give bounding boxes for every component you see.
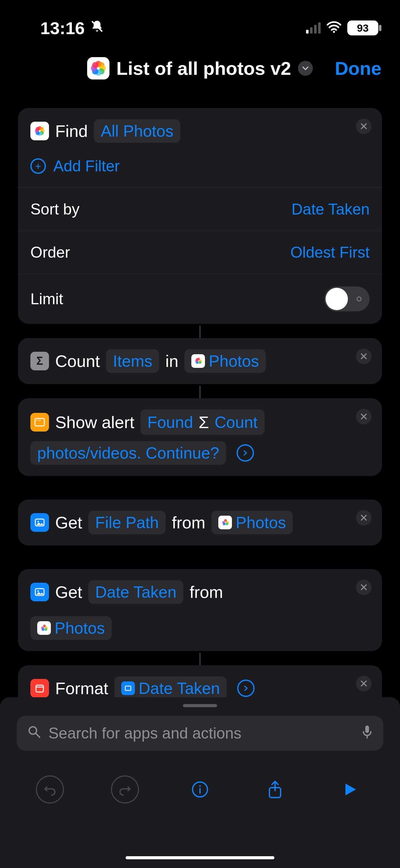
svg-line-17 — [36, 734, 40, 737]
delete-action-button[interactable]: ✕ — [356, 676, 371, 691]
svg-rect-18 — [365, 725, 369, 733]
run-button[interactable] — [336, 775, 364, 803]
sigma-icon: Σ — [199, 412, 209, 432]
window-icon — [30, 413, 49, 432]
sigma-icon: Σ — [30, 352, 49, 370]
show-more-icon[interactable] — [237, 680, 255, 697]
action-title: Find — [55, 121, 88, 141]
image-icon — [30, 513, 49, 532]
action-title: Format — [55, 679, 108, 697]
wifi-icon — [326, 20, 342, 36]
title-menu-button[interactable] — [298, 61, 313, 76]
sort-by-row[interactable]: Sort by Date Taken — [18, 187, 382, 231]
from-label: from — [190, 582, 223, 602]
connector-line — [18, 386, 382, 398]
action-count[interactable]: ✕ Σ Count Items in — [18, 338, 382, 384]
connector-line — [18, 326, 382, 338]
photos-icon — [30, 122, 49, 140]
actions-list: ✕ Find All Photos — [0, 102, 400, 697]
home-indicator[interactable] — [126, 856, 274, 859]
delete-action-button[interactable]: ✕ — [356, 580, 371, 595]
input-variable[interactable]: Photos — [211, 511, 293, 534]
action-title: Show alert — [55, 412, 134, 432]
input-variable[interactable]: Date Taken — [114, 677, 227, 697]
bottom-panel: Search for apps and actions — [0, 697, 400, 868]
action-format-date[interactable]: ✕ Format Date Taken — [18, 665, 382, 697]
battery-icon: 93 — [347, 21, 378, 35]
image-icon — [30, 583, 49, 601]
delete-action-button[interactable]: ✕ — [356, 510, 371, 526]
limit-toggle[interactable] — [324, 286, 370, 311]
dnd-icon — [90, 20, 104, 37]
from-label: from — [172, 513, 205, 532]
undo-button[interactable] — [36, 775, 64, 803]
search-placeholder: Search for apps and actions — [48, 724, 241, 742]
svg-point-7 — [37, 521, 39, 523]
delete-action-button[interactable]: ✕ — [356, 409, 371, 424]
action-get-file-path[interactable]: ✕ Get File Path from — [18, 499, 382, 546]
action-title: Get — [55, 582, 82, 602]
svg-point-1 — [333, 31, 335, 33]
delete-action-button[interactable]: ✕ — [356, 119, 371, 134]
grabber-handle[interactable] — [183, 704, 217, 707]
share-button[interactable] — [261, 775, 289, 803]
action-search-field[interactable]: Search for apps and actions — [17, 716, 383, 751]
plus-icon: + — [30, 158, 46, 174]
delete-action-button[interactable]: ✕ — [356, 349, 371, 364]
detail-token[interactable]: File Path — [88, 511, 166, 534]
photos-icon — [218, 516, 232, 529]
status-time: 13:16 — [40, 18, 85, 38]
input-variable[interactable]: Photos — [30, 616, 112, 640]
connector-line — [18, 653, 382, 665]
photos-icon — [191, 354, 205, 368]
svg-point-4 — [38, 420, 39, 421]
action-title: Count — [55, 351, 100, 371]
info-button[interactable] — [186, 775, 214, 803]
dictate-icon[interactable] — [362, 724, 373, 743]
photos-app-icon — [87, 57, 109, 80]
action-show-alert[interactable]: ✕ Show alert Found Σ Count photos/videos… — [18, 398, 382, 476]
action-get-date-taken[interactable]: ✕ Get Date Taken from — [18, 569, 382, 651]
add-filter-button[interactable]: + Add Filter — [18, 154, 382, 187]
svg-point-16 — [29, 727, 37, 734]
svg-rect-12 — [125, 686, 131, 690]
svg-rect-10 — [36, 685, 43, 692]
photos-icon — [37, 621, 51, 635]
action-title: Get — [55, 513, 82, 532]
alert-message-field-cont[interactable]: photos/videos. Continue? — [30, 441, 226, 465]
shortcut-title[interactable]: List of all photos v2 — [116, 58, 291, 79]
action-find-photos[interactable]: ✕ Find All Photos — [18, 108, 382, 324]
count-type-token[interactable]: Items — [106, 349, 159, 373]
svg-point-9 — [37, 590, 39, 592]
calendar-icon — [30, 679, 49, 697]
done-button[interactable]: Done — [335, 58, 381, 79]
detail-token[interactable]: Date Taken — [88, 580, 183, 604]
alert-message-field[interactable]: Found Σ Count — [140, 409, 265, 435]
in-label: in — [165, 351, 178, 371]
redo-button[interactable] — [111, 775, 139, 803]
count-input-variable[interactable]: Photos — [185, 349, 266, 373]
nav-header: List of all photos v2 Done — [0, 50, 400, 87]
order-row[interactable]: Order Oldest First — [18, 231, 382, 274]
limit-row: Limit — [18, 274, 382, 324]
svg-point-3 — [36, 420, 37, 421]
show-more-icon[interactable] — [237, 444, 254, 462]
svg-point-5 — [39, 420, 40, 421]
cellular-icon — [306, 22, 321, 34]
svg-point-21 — [199, 785, 201, 787]
search-icon — [27, 724, 41, 742]
image-icon — [121, 681, 135, 695]
editor-toolbar — [0, 775, 400, 803]
status-bar: 13:16 93 — [0, 0, 400, 50]
find-source-token[interactable]: All Photos — [94, 119, 180, 143]
svg-rect-2 — [35, 418, 44, 426]
